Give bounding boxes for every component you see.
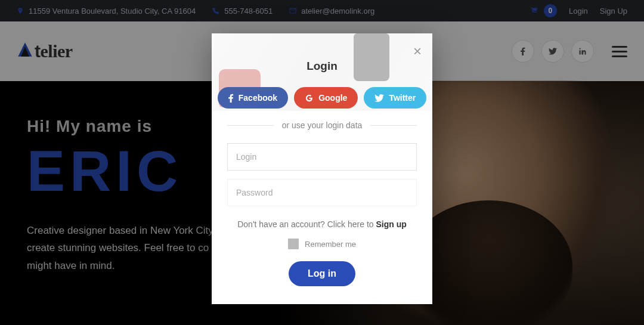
- signup-prompt: Don't have an account? Click here to Sig…: [227, 219, 417, 229]
- facebook-login-button[interactable]: Facebook: [218, 87, 288, 109]
- login-submit-button[interactable]: Log in: [289, 261, 355, 286]
- social-login-row: Facebook Google Twitter: [227, 87, 417, 109]
- modal-title: Login: [227, 60, 417, 73]
- login-input[interactable]: [227, 143, 417, 171]
- google-login-button[interactable]: Google: [294, 87, 358, 109]
- close-icon[interactable]: ×: [413, 43, 422, 60]
- facebook-icon: [228, 94, 234, 103]
- signup-link-modal[interactable]: Sign up: [376, 219, 406, 229]
- twitter-icon: [374, 94, 384, 102]
- twitter-login-button[interactable]: Twitter: [364, 87, 426, 109]
- cup-decoration: [354, 33, 389, 81]
- remember-label: Remember me: [305, 240, 356, 249]
- password-input[interactable]: [227, 179, 417, 206]
- login-modal: × Login Facebook Google Twitter or use y…: [212, 33, 432, 304]
- google-icon: [305, 94, 314, 103]
- divider-text: or use your login data: [227, 120, 417, 130]
- remember-me[interactable]: Remember me: [227, 239, 417, 249]
- remember-checkbox[interactable]: [288, 239, 299, 249]
